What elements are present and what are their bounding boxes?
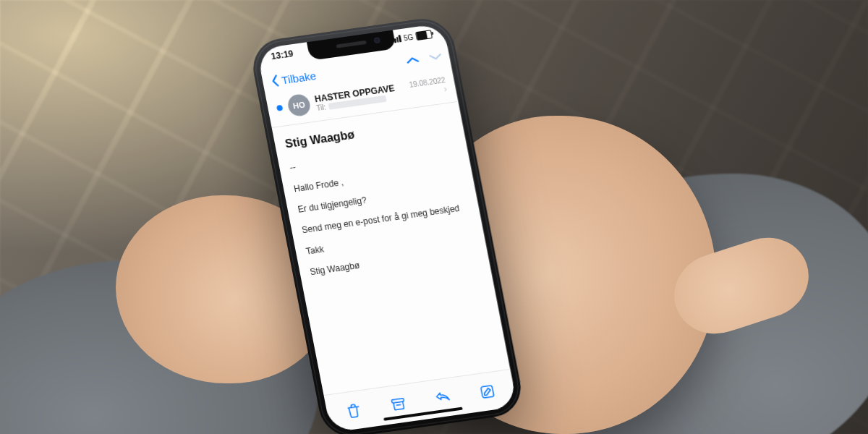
trash-button[interactable]: [337, 394, 371, 427]
photo-scene: 13:19 5G Tilbake: [0, 0, 868, 434]
back-button[interactable]: Tilbake: [269, 69, 318, 88]
compose-icon: [478, 383, 497, 401]
previous-message-button[interactable]: [405, 54, 420, 69]
svg-rect-1: [481, 386, 494, 398]
chevron-up-icon: [405, 54, 420, 66]
avatar: HO: [286, 93, 312, 118]
front-camera: [374, 37, 380, 43]
back-label: Tilbake: [281, 69, 318, 86]
next-message-button[interactable]: [428, 51, 443, 66]
reply-icon: [433, 389, 452, 407]
speaker-grille: [336, 41, 367, 48]
battery-icon: [415, 30, 433, 41]
status-time: 13:19: [271, 48, 294, 61]
archive-icon: [389, 396, 408, 414]
compose-button[interactable]: [470, 375, 504, 408]
unread-dot-icon: [276, 105, 283, 111]
to-label: Til:: [316, 103, 327, 112]
chevron-left-icon: [269, 74, 281, 88]
network-type-label: 5G: [403, 33, 414, 42]
chevron-down-icon: [428, 51, 443, 63]
trash-icon: [344, 401, 363, 420]
